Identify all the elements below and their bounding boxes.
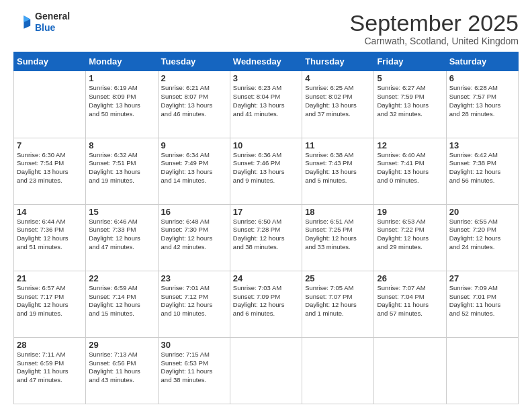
- day-info: Sunrise: 6:55 AM Sunset: 7:20 PM Dayligh…: [449, 218, 515, 252]
- day-info: Sunrise: 6:28 AM Sunset: 7:57 PM Dayligh…: [449, 84, 515, 118]
- calendar-cell: 14Sunrise: 6:44 AM Sunset: 7:36 PM Dayli…: [14, 204, 86, 271]
- logo: General Blue: [13, 11, 70, 34]
- day-info: Sunrise: 6:53 AM Sunset: 7:22 PM Dayligh…: [377, 218, 443, 252]
- day-info: Sunrise: 6:36 AM Sunset: 7:46 PM Dayligh…: [233, 151, 299, 185]
- month-title: September 2025: [350, 11, 519, 36]
- day-number: 27: [449, 273, 515, 283]
- day-number: 21: [17, 273, 83, 283]
- day-number: 4: [305, 73, 371, 83]
- day-info: Sunrise: 6:25 AM Sunset: 8:02 PM Dayligh…: [305, 84, 371, 118]
- day-info: Sunrise: 6:27 AM Sunset: 7:59 PM Dayligh…: [377, 84, 443, 118]
- col-header-friday: Friday: [374, 52, 446, 71]
- day-number: 10: [233, 140, 299, 150]
- logo-icon: [13, 13, 32, 32]
- day-info: Sunrise: 6:34 AM Sunset: 7:49 PM Dayligh…: [161, 151, 227, 185]
- calendar-cell: 16Sunrise: 6:48 AM Sunset: 7:30 PM Dayli…: [158, 204, 230, 271]
- calendar-cell: 2Sunrise: 6:21 AM Sunset: 8:07 PM Daylig…: [158, 71, 230, 138]
- day-info: Sunrise: 6:30 AM Sunset: 7:54 PM Dayligh…: [17, 151, 83, 185]
- day-info: Sunrise: 6:48 AM Sunset: 7:30 PM Dayligh…: [161, 218, 227, 252]
- calendar-cell: [230, 337, 302, 404]
- day-number: 23: [161, 273, 227, 283]
- calendar-cell: 20Sunrise: 6:55 AM Sunset: 7:20 PM Dayli…: [446, 204, 518, 271]
- day-info: Sunrise: 6:46 AM Sunset: 7:33 PM Dayligh…: [89, 218, 154, 252]
- calendar-cell: 27Sunrise: 7:09 AM Sunset: 7:01 PM Dayli…: [446, 271, 518, 337]
- calendar-cell: 18Sunrise: 6:51 AM Sunset: 7:25 PM Dayli…: [302, 204, 374, 271]
- day-info: Sunrise: 6:40 AM Sunset: 7:41 PM Dayligh…: [377, 151, 443, 185]
- day-number: 12: [377, 140, 443, 150]
- calendar-week-4: 21Sunrise: 6:57 AM Sunset: 7:17 PM Dayli…: [14, 271, 519, 337]
- calendar-cell: 21Sunrise: 6:57 AM Sunset: 7:17 PM Dayli…: [14, 271, 86, 337]
- day-number: 2: [161, 73, 227, 83]
- day-info: Sunrise: 6:51 AM Sunset: 7:25 PM Dayligh…: [305, 218, 371, 252]
- calendar-cell: [374, 337, 446, 404]
- day-info: Sunrise: 7:09 AM Sunset: 7:01 PM Dayligh…: [449, 284, 515, 318]
- logo-blue-text: Blue: [35, 22, 70, 34]
- day-number: 7: [17, 140, 83, 150]
- day-number: 3: [233, 73, 299, 83]
- calendar-cell: 11Sunrise: 6:38 AM Sunset: 7:43 PM Dayli…: [302, 138, 374, 204]
- title-block: September 2025 Carnwath, Scotland, Unite…: [350, 11, 519, 46]
- calendar-header-row: SundayMondayTuesdayWednesdayThursdayFrid…: [14, 52, 519, 71]
- day-info: Sunrise: 6:21 AM Sunset: 8:07 PM Dayligh…: [161, 84, 227, 118]
- col-header-thursday: Thursday: [302, 52, 374, 71]
- day-number: 5: [377, 73, 443, 83]
- day-info: Sunrise: 7:05 AM Sunset: 7:07 PM Dayligh…: [305, 284, 371, 318]
- calendar-cell: 15Sunrise: 6:46 AM Sunset: 7:33 PM Dayli…: [86, 204, 158, 271]
- day-info: Sunrise: 6:19 AM Sunset: 8:09 PM Dayligh…: [89, 84, 154, 118]
- calendar-cell: 1Sunrise: 6:19 AM Sunset: 8:09 PM Daylig…: [86, 71, 158, 138]
- day-number: 18: [305, 207, 371, 217]
- calendar-cell: 28Sunrise: 7:11 AM Sunset: 6:59 PM Dayli…: [14, 337, 86, 404]
- calendar-cell: [302, 337, 374, 404]
- header: General Blue September 2025 Carnwath, Sc…: [13, 11, 519, 46]
- calendar-cell: 12Sunrise: 6:40 AM Sunset: 7:41 PM Dayli…: [374, 138, 446, 204]
- calendar-cell: 6Sunrise: 6:28 AM Sunset: 7:57 PM Daylig…: [446, 71, 518, 138]
- calendar-cell: 23Sunrise: 7:01 AM Sunset: 7:12 PM Dayli…: [158, 271, 230, 337]
- day-number: 29: [89, 340, 154, 350]
- day-number: 13: [449, 140, 515, 150]
- calendar-cell: 26Sunrise: 7:07 AM Sunset: 7:04 PM Dayli…: [374, 271, 446, 337]
- location: Carnwath, Scotland, United Kingdom: [350, 36, 519, 46]
- day-number: 11: [305, 140, 371, 150]
- calendar-cell: 25Sunrise: 7:05 AM Sunset: 7:07 PM Dayli…: [302, 271, 374, 337]
- day-number: 30: [161, 340, 227, 350]
- calendar-cell: 9Sunrise: 6:34 AM Sunset: 7:49 PM Daylig…: [158, 138, 230, 204]
- calendar-cell: 7Sunrise: 6:30 AM Sunset: 7:54 PM Daylig…: [14, 138, 86, 204]
- calendar-week-3: 14Sunrise: 6:44 AM Sunset: 7:36 PM Dayli…: [14, 204, 519, 271]
- calendar-cell: 30Sunrise: 7:15 AM Sunset: 6:53 PM Dayli…: [158, 337, 230, 404]
- calendar-week-5: 28Sunrise: 7:11 AM Sunset: 6:59 PM Dayli…: [14, 337, 519, 404]
- day-info: Sunrise: 7:15 AM Sunset: 6:53 PM Dayligh…: [161, 351, 227, 385]
- day-info: Sunrise: 7:01 AM Sunset: 7:12 PM Dayligh…: [161, 284, 227, 318]
- calendar-cell: 5Sunrise: 6:27 AM Sunset: 7:59 PM Daylig…: [374, 71, 446, 138]
- day-info: Sunrise: 6:59 AM Sunset: 7:14 PM Dayligh…: [89, 284, 154, 318]
- day-info: Sunrise: 6:50 AM Sunset: 7:28 PM Dayligh…: [233, 218, 299, 252]
- day-info: Sunrise: 6:44 AM Sunset: 7:36 PM Dayligh…: [17, 218, 83, 252]
- calendar-cell: 13Sunrise: 6:42 AM Sunset: 7:38 PM Dayli…: [446, 138, 518, 204]
- day-info: Sunrise: 7:03 AM Sunset: 7:09 PM Dayligh…: [233, 284, 299, 318]
- day-info: Sunrise: 6:32 AM Sunset: 7:51 PM Dayligh…: [89, 151, 154, 185]
- day-info: Sunrise: 6:57 AM Sunset: 7:17 PM Dayligh…: [17, 284, 83, 318]
- day-number: 8: [89, 140, 154, 150]
- day-info: Sunrise: 6:23 AM Sunset: 8:04 PM Dayligh…: [233, 84, 299, 118]
- calendar-cell: 17Sunrise: 6:50 AM Sunset: 7:28 PM Dayli…: [230, 204, 302, 271]
- day-number: 1: [89, 73, 154, 83]
- day-number: 24: [233, 273, 299, 283]
- col-header-tuesday: Tuesday: [158, 52, 230, 71]
- calendar-cell: 22Sunrise: 6:59 AM Sunset: 7:14 PM Dayli…: [86, 271, 158, 337]
- day-number: 6: [449, 73, 515, 83]
- col-header-wednesday: Wednesday: [230, 52, 302, 71]
- day-number: 16: [161, 207, 227, 217]
- day-number: 22: [89, 273, 154, 283]
- day-number: 9: [161, 140, 227, 150]
- calendar-cell: [14, 71, 86, 138]
- calendar-cell: 24Sunrise: 7:03 AM Sunset: 7:09 PM Dayli…: [230, 271, 302, 337]
- calendar-cell: 8Sunrise: 6:32 AM Sunset: 7:51 PM Daylig…: [86, 138, 158, 204]
- calendar-cell: 4Sunrise: 6:25 AM Sunset: 8:02 PM Daylig…: [302, 71, 374, 138]
- logo-general-text: General: [35, 11, 70, 22]
- calendar-table: SundayMondayTuesdayWednesdayThursdayFrid…: [13, 52, 519, 404]
- page: General Blue September 2025 Carnwath, Sc…: [0, 0, 532, 411]
- day-number: 25: [305, 273, 371, 283]
- col-header-saturday: Saturday: [446, 52, 518, 71]
- day-number: 15: [89, 207, 154, 217]
- calendar-cell: 3Sunrise: 6:23 AM Sunset: 8:04 PM Daylig…: [230, 71, 302, 138]
- col-header-sunday: Sunday: [14, 52, 86, 71]
